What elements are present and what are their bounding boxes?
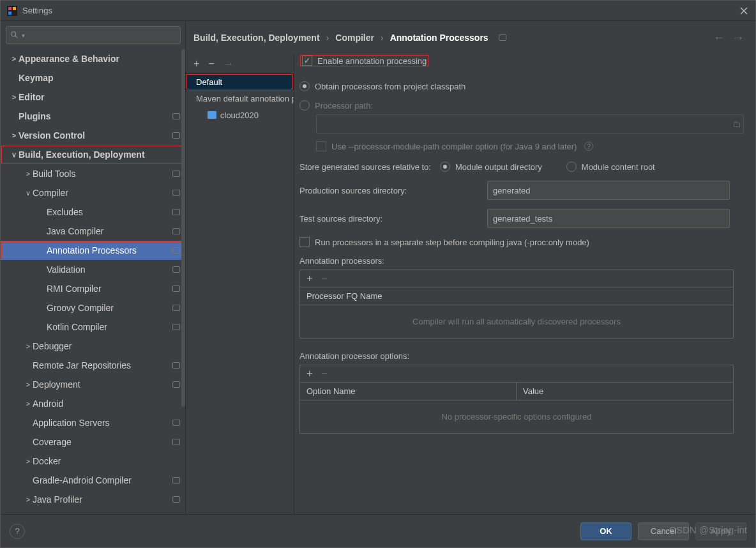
help-icon[interactable]: ?	[584, 142, 593, 151]
module-path-checkbox[interactable]	[316, 141, 326, 151]
settings-sidebar: ▾ >Appearance & BehaviorKeymap>EditorPlu…	[1, 21, 186, 514]
help-button[interactable]: ?	[10, 524, 25, 539]
add-profile-icon[interactable]: +	[193, 58, 199, 70]
prod-dir-input[interactable]: generated	[487, 181, 730, 200]
chevron-icon: >	[10, 55, 19, 63]
sidebar-item[interactable]: Keymap	[1, 68, 185, 88]
prod-dir-label: Production sources directory:	[299, 186, 478, 195]
sidebar-item[interactable]: Plugins	[1, 107, 185, 126]
breadcrumb-current: Annotation Processors	[390, 33, 488, 43]
sidebar-item[interactable]: >Java Profiler	[1, 490, 185, 509]
chevron-icon: >	[24, 381, 33, 388]
cancel-button[interactable]: Cancel	[638, 522, 689, 540]
test-dir-input[interactable]: generated_tests	[487, 209, 730, 228]
sidebar-item-label: Remote Jar Repositories	[33, 360, 169, 370]
sidebar-item-label: Annotation Processors	[47, 245, 169, 255]
settings-tree[interactable]: >Appearance & BehaviorKeymap>EditorPlugi…	[1, 49, 185, 514]
store-content-radio[interactable]	[566, 162, 577, 172]
sidebar-item[interactable]: Coverage	[1, 432, 185, 452]
sidebar-item-label: Build Tools	[33, 169, 169, 179]
search-icon	[10, 31, 19, 40]
sidebar-item[interactable]: ∨Build, Execution, Deployment	[1, 145, 185, 164]
table-header: Value	[517, 383, 733, 400]
nav-back-icon[interactable]: ←	[713, 31, 725, 45]
sidebar-item-label: Validation	[47, 264, 169, 275]
table-header: Processor FQ Name	[300, 287, 733, 305]
processor-path-input[interactable]: 🗀	[316, 114, 744, 133]
project-badge-icon	[172, 171, 180, 177]
sidebar-item-label: Deployment	[33, 379, 169, 390]
table-header: Option Name	[300, 383, 517, 400]
sidebar-item[interactable]: Gradle-Android Compiler	[1, 471, 185, 490]
sidebar-item[interactable]: Annotation Processors	[1, 241, 185, 260]
add-processor-icon[interactable]: +	[306, 273, 312, 284]
sidebar-item-label: Build, Execution, Deployment	[19, 149, 180, 160]
project-badge-icon	[172, 420, 180, 426]
enable-annotation-label: Enable annotation processing	[317, 56, 427, 66]
sidebar-item[interactable]: Validation	[1, 260, 185, 279]
sidebar-item[interactable]: >Build Tools	[1, 164, 185, 183]
project-badge-icon	[172, 228, 180, 234]
scrollbar[interactable]	[181, 49, 185, 407]
move-profile-icon[interactable]: →	[223, 58, 234, 70]
sidebar-item[interactable]: Application Servers	[1, 413, 185, 432]
sidebar-item[interactable]: ∨Compiler	[1, 183, 185, 202]
sidebar-item[interactable]: Remote Jar Repositories	[1, 356, 185, 375]
search-input[interactable]: ▾	[6, 26, 181, 44]
separate-step-checkbox[interactable]	[299, 237, 310, 247]
processor-path-radio[interactable]	[299, 100, 310, 110]
add-option-icon[interactable]: +	[306, 368, 312, 379]
sidebar-item[interactable]: >Debugger	[1, 337, 185, 356]
sidebar-item[interactable]: >Editor	[1, 88, 185, 107]
sidebar-item-label: Application Servers	[33, 418, 169, 428]
sidebar-item-label: Gradle-Android Compiler	[33, 475, 169, 485]
processor-path-label: Processor path:	[315, 101, 373, 110]
sidebar-item[interactable]: Excludes	[1, 202, 185, 222]
project-badge-icon	[172, 266, 180, 273]
project-badge-icon	[172, 113, 180, 119]
sidebar-item-label: Version Control	[19, 130, 169, 141]
sidebar-item-label: Android	[33, 399, 180, 409]
chevron-icon: ∨	[24, 189, 33, 197]
sidebar-item-label: Java Compiler	[47, 226, 169, 236]
project-badge-icon	[172, 209, 180, 215]
breadcrumb-item[interactable]: Compiler	[335, 33, 374, 43]
sidebar-item[interactable]: >Appearance & Behavior	[1, 49, 185, 68]
window-title: Settings	[22, 6, 739, 15]
sidebar-item[interactable]: Java Compiler	[1, 222, 185, 241]
store-relative-label: Store generated sources relative to:	[299, 162, 431, 172]
svg-rect-1	[8, 7, 11, 10]
chevron-icon: >	[24, 400, 33, 407]
project-badge-icon	[172, 496, 180, 503]
table-empty-text: Compiler will run all automatically disc…	[300, 305, 733, 338]
profile-list[interactable]: DefaultMaven default annotation processo…	[186, 73, 294, 123]
store-output-radio[interactable]	[440, 162, 450, 172]
obtain-classpath-radio[interactable]	[299, 81, 310, 91]
folder-icon[interactable]: 🗀	[732, 119, 741, 129]
obtain-classpath-label: Obtain processors from project classpath	[315, 82, 465, 91]
chevron-icon: ∨	[10, 151, 19, 159]
project-badge-icon	[172, 477, 180, 483]
profile-item[interactable]: cloud2020	[186, 107, 294, 123]
profile-item[interactable]: Default	[186, 73, 294, 90]
sidebar-item[interactable]: >Version Control	[1, 126, 185, 145]
sidebar-item[interactable]: >Deployment	[1, 375, 185, 394]
sidebar-item[interactable]: Kotlin Compiler	[1, 317, 185, 337]
profile-item[interactable]: Maven default annotation processors prof…	[186, 90, 294, 107]
svg-point-6	[11, 32, 16, 36]
close-icon[interactable]	[739, 6, 749, 16]
processor-options-label: Annotation processor options:	[299, 351, 744, 361]
chevron-right-icon: ›	[381, 33, 384, 43]
sidebar-item[interactable]: >Docker	[1, 452, 185, 471]
sidebar-item[interactable]: >Android	[1, 394, 185, 413]
sidebar-item-label: Editor	[19, 92, 180, 102]
profile-label: cloud2020	[220, 110, 259, 120]
sidebar-item[interactable]: RMI Compiler	[1, 279, 185, 298]
sidebar-item-label: Appearance & Behavior	[19, 54, 180, 64]
sidebar-item[interactable]: Groovy Compiler	[1, 298, 185, 317]
remove-profile-icon[interactable]: −	[208, 58, 214, 70]
breadcrumb-item[interactable]: Build, Execution, Deployment	[193, 33, 320, 43]
enable-annotation-checkbox[interactable]	[302, 56, 312, 66]
nav-forward-icon[interactable]: →	[732, 31, 744, 45]
ok-button[interactable]: OK	[580, 522, 631, 540]
